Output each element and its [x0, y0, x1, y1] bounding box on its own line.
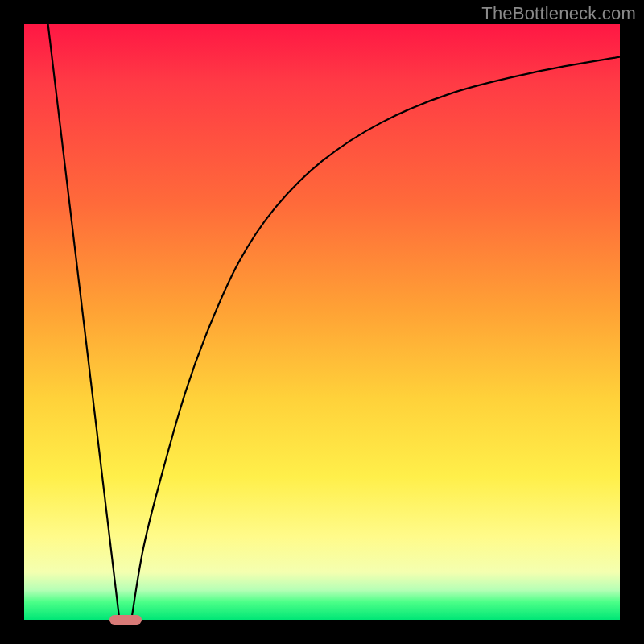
watermark-text: TheBottleneck.com	[481, 3, 636, 24]
minimum-marker	[109, 615, 142, 625]
curve-right-flank	[131, 57, 620, 620]
curve-left-flank	[48, 24, 120, 620]
chart-plot-area	[24, 24, 620, 620]
bottleneck-curve	[24, 24, 620, 620]
